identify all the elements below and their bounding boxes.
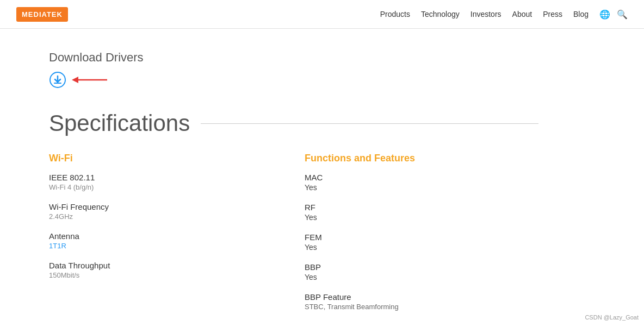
download-section: Download Drivers (49, 51, 595, 89)
func-item-fem: FEM Yes (305, 233, 517, 252)
search-icon[interactable]: 🔍 (617, 9, 628, 20)
func-item-bbp-feature: BBP Feature STBC, Transmit Beamforming (305, 292, 517, 311)
specs-header: Specifications (49, 110, 538, 136)
specs-grid: Wi-Fi IEEE 802.11 Wi-Fi 4 (b/g/n) Wi-Fi … (49, 153, 538, 322)
spec-value-antenna: 1T1R (49, 242, 272, 250)
logo-area: MEDIATEK (16, 7, 68, 22)
nav-press[interactable]: Press (543, 10, 562, 18)
spec-item-ieee: IEEE 802.11 Wi-Fi 4 (b/g/n) (49, 173, 272, 191)
func-item-bbp: BBP Yes (305, 262, 517, 281)
spec-item-antenna: Antenna 1T1R (49, 231, 272, 250)
main-content: Download Drivers Specifications (0, 29, 644, 326)
wifi-heading: Wi-Fi (49, 153, 272, 164)
specs-divider (201, 123, 538, 124)
spec-value-ieee: Wi-Fi 4 (b/g/n) (49, 183, 272, 191)
spec-label-throughput: Data Throughput (49, 261, 272, 270)
spec-label-antenna: Antenna (49, 231, 272, 241)
functions-column: Functions and Features MAC Yes RF Yes FE… (294, 153, 538, 322)
logo[interactable]: MEDIATEK (16, 7, 68, 22)
func-label-fem: FEM (305, 233, 517, 242)
func-label-bbp: BBP (305, 262, 517, 272)
nav-products[interactable]: Products (380, 10, 410, 18)
func-label-bbp-feature: BBP Feature (305, 292, 517, 302)
globe-icon[interactable]: 🌐 (599, 9, 610, 20)
functions-heading: Functions and Features (305, 153, 517, 164)
nav-technology[interactable]: Technology (421, 10, 460, 18)
spec-label-frequency: Wi-Fi Frequency (49, 202, 272, 211)
spec-value-frequency: 2.4GHz (49, 212, 272, 221)
header: MEDIATEK Products Technology Investors A… (0, 0, 644, 29)
func-value-bbp: Yes (305, 273, 517, 281)
spec-item-frequency: Wi-Fi Frequency 2.4GHz (49, 202, 272, 221)
func-value-rf: Yes (305, 213, 517, 222)
nav-blog[interactable]: Blog (573, 10, 589, 18)
download-title: Download Drivers (49, 51, 595, 65)
func-value-fem: Yes (305, 243, 517, 252)
nav-about[interactable]: About (512, 10, 532, 18)
download-driver-icon[interactable] (49, 71, 66, 89)
nav-bar: Products Technology Investors About Pres… (380, 9, 628, 20)
func-item-mac: MAC Yes (305, 173, 517, 192)
nav-investors[interactable]: Investors (470, 10, 501, 18)
wifi-column: Wi-Fi IEEE 802.11 Wi-Fi 4 (b/g/n) Wi-Fi … (49, 153, 294, 322)
func-value-bbp-feature: STBC, Transmit Beamforming (305, 303, 517, 311)
svg-marker-3 (72, 77, 78, 83)
download-icon-row (49, 71, 595, 89)
arrow-icon (72, 72, 110, 88)
spec-label-ieee: IEEE 802.11 (49, 173, 272, 182)
func-label-rf: RF (305, 203, 517, 212)
func-item-rf: RF Yes (305, 203, 517, 222)
func-label-mac: MAC (305, 173, 517, 182)
watermark: CSDN @Lazy_Goat (585, 314, 639, 321)
nav-icons: 🌐 🔍 (599, 9, 628, 20)
specs-title: Specifications (49, 110, 190, 136)
spec-value-throughput: 150Mbit/s (49, 271, 272, 279)
spec-item-throughput: Data Throughput 150Mbit/s (49, 261, 272, 279)
func-value-mac: Yes (305, 183, 517, 192)
specs-section: Specifications Wi-Fi IEEE 802.11 Wi-Fi 4… (49, 110, 538, 322)
